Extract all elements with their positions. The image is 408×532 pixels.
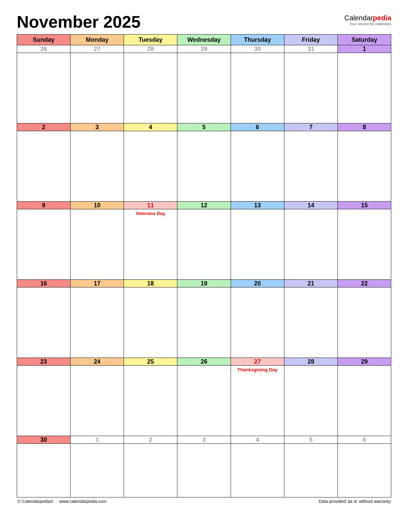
date-cell: 25 (124, 358, 177, 365)
date-cell: 17 (70, 280, 124, 287)
weekday-sunday: Sunday (17, 34, 70, 45)
date-number: 28 (147, 45, 154, 52)
date-cell: 26 (17, 45, 70, 53)
day-body-cell (231, 131, 284, 201)
day-body-cell: Thanksgiving Day (231, 365, 284, 436)
day-body-cell (124, 131, 177, 201)
date-number: 28 (307, 358, 314, 365)
date-cell: 27 (231, 358, 284, 365)
date-number: 7 (309, 124, 313, 131)
date-cell: 26 (177, 358, 231, 365)
day-body-cell (70, 365, 124, 436)
footer-url: www.calendarpedia.com (59, 499, 107, 504)
date-cell: 21 (284, 280, 338, 287)
date-number: 12 (201, 202, 207, 209)
calendar-page: November 2025 Calendarpedia Your source … (0, 0, 408, 532)
date-number: 13 (254, 202, 261, 209)
date-cell: 30 (17, 436, 70, 443)
date-cell: 5 (177, 123, 231, 131)
day-body-cell: Veterans Day (124, 209, 177, 280)
date-cell: 10 (70, 201, 124, 209)
day-body-cell (124, 365, 177, 436)
day-body-cell (338, 365, 391, 436)
header-bar: November 2025 Calendarpedia Your source … (17, 13, 391, 30)
date-number: 2 (42, 124, 45, 131)
day-body-cell (284, 53, 338, 123)
date-number: 25 (147, 358, 154, 365)
date-cell: 6 (338, 436, 391, 443)
footer-left: © Calendarpedia® www.calendarpedia.com (17, 499, 111, 504)
weekday-wednesday: Wednesday (177, 34, 231, 45)
date-number: 30 (254, 45, 261, 52)
date-cell: 9 (17, 201, 70, 209)
day-body-row (17, 287, 391, 358)
date-number: 4 (256, 436, 259, 443)
day-body-cell (70, 53, 124, 123)
page-title: November 2025 (17, 13, 141, 30)
date-cell: 31 (284, 45, 338, 53)
day-body-cell (124, 443, 177, 497)
date-number: 4 (149, 124, 152, 131)
date-number: 30 (40, 436, 47, 443)
date-cell: 20 (231, 280, 284, 287)
date-number: 17 (94, 280, 101, 287)
day-body-cell (284, 131, 338, 201)
date-cell: 7 (284, 123, 338, 131)
date-number: 23 (40, 358, 47, 365)
date-cell: 11 (124, 201, 177, 209)
date-number: 2 (149, 436, 152, 443)
brand-name: Calendarpedia (344, 14, 391, 21)
day-body-cell (17, 365, 70, 436)
date-cell: 29 (338, 358, 391, 365)
date-row: 23242526272829 (17, 358, 391, 365)
date-number: 27 (254, 358, 261, 365)
weekday-thursday: Thursday (231, 34, 284, 45)
date-cell: 2 (17, 123, 70, 131)
day-body-cell (338, 287, 391, 358)
day-body-cell (338, 131, 391, 201)
day-body-cell (231, 53, 284, 123)
date-cell: 15 (338, 201, 391, 209)
date-cell: 28 (284, 358, 338, 365)
weekday-friday: Friday (284, 34, 338, 45)
date-number: 9 (42, 202, 45, 209)
day-body-cell (231, 287, 284, 358)
date-number: 29 (201, 45, 207, 52)
date-number: 11 (147, 202, 154, 209)
date-row: 9101112131415 (17, 201, 391, 209)
date-cell: 6 (231, 123, 284, 131)
date-cell: 2 (124, 436, 177, 443)
footer-bar: © Calendarpedia® www.calendarpedia.com D… (17, 499, 391, 504)
date-number: 15 (361, 202, 368, 209)
date-cell: 23 (17, 358, 70, 365)
date-cell: 24 (70, 358, 124, 365)
day-body-cell (70, 287, 124, 358)
date-cell: 3 (177, 436, 231, 443)
day-body-cell (124, 53, 177, 123)
date-row: 2627282930311 (17, 45, 391, 53)
day-body-cell (177, 209, 231, 280)
day-body-cell (284, 209, 338, 280)
date-cell: 5 (284, 436, 338, 443)
day-body-cell (177, 131, 231, 201)
day-body-cell (338, 53, 391, 123)
day-body-row: Thanksgiving Day (17, 365, 391, 436)
date-row: 2345678 (17, 123, 391, 131)
date-cell: 12 (177, 201, 231, 209)
footer-copyright: © Calendarpedia® (17, 499, 53, 504)
date-number: 10 (94, 202, 101, 209)
day-body-cell (17, 209, 70, 280)
day-body-row (17, 443, 391, 497)
day-body-cell (70, 131, 124, 201)
day-body-row (17, 131, 391, 201)
day-body-cell (70, 209, 124, 280)
date-number: 24 (94, 358, 101, 365)
date-number: 27 (94, 45, 101, 52)
day-body-cell (338, 209, 391, 280)
day-body-cell (17, 443, 70, 497)
day-body-cell (17, 131, 70, 201)
date-number: 29 (361, 358, 368, 365)
date-cell: 1 (70, 436, 124, 443)
date-cell: 30 (231, 45, 284, 53)
day-body-cell (284, 287, 338, 358)
